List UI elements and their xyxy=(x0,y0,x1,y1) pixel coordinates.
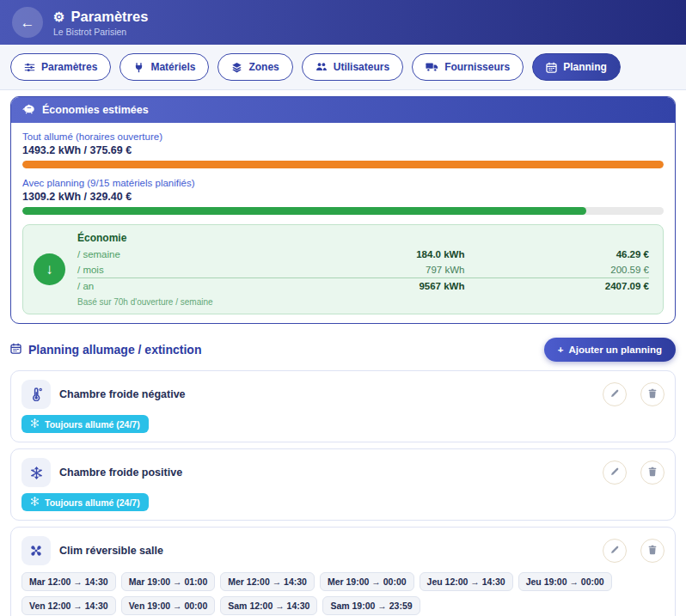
schedule-chip: Mer 12:00 → 14:30 xyxy=(220,572,315,591)
tab-parametres[interactable]: Paramètres xyxy=(10,53,111,81)
tab-label: Paramètres xyxy=(41,61,97,73)
all-on-progress-track xyxy=(22,161,664,168)
add-planning-label: Ajouter un planning xyxy=(568,345,662,355)
economy-euro: 46.29 € xyxy=(464,249,649,259)
schedule-chip: Sam 12:00 → 14:30 xyxy=(220,596,317,615)
truck-icon xyxy=(426,63,438,72)
all-on-label: Tout allumé (horaires ouverture) xyxy=(22,131,664,142)
planning-card-top: Chambre froide positive xyxy=(21,458,665,487)
trash-icon xyxy=(647,467,658,479)
header-text: ⚙ Paramètres Le Bistrot Parisien xyxy=(53,9,148,37)
arrow-down-icon: ↓ xyxy=(34,253,65,285)
back-button[interactable]: ← xyxy=(12,7,43,38)
savings-card-title: Économies estimées xyxy=(42,104,149,116)
plug-icon xyxy=(133,62,144,73)
schedule-chip: Jeu 19:00 → 00:00 xyxy=(518,572,612,591)
planning-card: Chambre froide négativeToujours allumé (… xyxy=(10,370,676,442)
planning-section-title-text: Planning allumage / extinction xyxy=(28,343,201,357)
with-planning-progress-track xyxy=(22,207,664,215)
page-title: Paramètres xyxy=(70,9,148,25)
calendar-icon xyxy=(10,343,21,357)
planning-section-head: Planning allumage / extinction + Ajouter… xyxy=(10,338,676,362)
economy-box: ↓ Économie / semaine184.0 kWh46.29 €/ mo… xyxy=(22,224,664,314)
economy-row: / mois797 kWh200.59 € xyxy=(77,262,649,278)
piggy-bank-icon xyxy=(22,103,35,117)
users-icon xyxy=(315,61,328,73)
tab-materiels[interactable]: Matériels xyxy=(119,53,209,81)
with-planning-value: 1309.2 kWh / 329.40 € xyxy=(22,191,664,203)
savings-card: Économies estimées Tout allumé (horaires… xyxy=(10,96,676,324)
schedule-chip: Mer 19:00 → 00:00 xyxy=(320,572,414,591)
planning-section-title: Planning allumage / extinction xyxy=(10,343,201,357)
snowflake-icon xyxy=(30,497,40,508)
thermometer-icon xyxy=(21,380,51,409)
edit-button[interactable] xyxy=(603,539,627,563)
tab-fournisseurs[interactable]: Fournisseurs xyxy=(412,53,524,81)
always-on-badge: Toujours allumé (24/7) xyxy=(21,493,149,511)
delete-button[interactable] xyxy=(640,382,665,406)
delete-button[interactable] xyxy=(640,460,665,485)
savings-card-header: Économies estimées xyxy=(11,97,675,123)
economy-footnote: Basé sur 70h d'ouverture / semaine xyxy=(77,297,649,307)
all-on-progress-bar xyxy=(22,161,664,168)
pencil-icon xyxy=(609,467,620,479)
equipment-name: Chambre froide positive xyxy=(59,467,589,479)
schedule-chip: Mar 19:00 → 01:00 xyxy=(121,572,216,591)
schedule-chip: Ven 19:00 → 00:00 xyxy=(121,596,216,615)
plus-icon: + xyxy=(558,345,564,355)
economy-title: Économie xyxy=(77,232,649,244)
calendar-icon xyxy=(546,62,557,73)
economy-content: Économie / semaine184.0 kWh46.29 €/ mois… xyxy=(77,232,649,307)
economy-euro: 2407.09 € xyxy=(464,281,649,291)
economy-row: / an9567 kWh2407.09 € xyxy=(77,278,649,294)
tab-planning[interactable]: Planning xyxy=(532,53,621,81)
main-content: Économies estimées Tout allumé (horaires… xyxy=(0,96,686,616)
planning-card: Clim réversible salleMar 12:00 → 14:30Ma… xyxy=(10,527,676,616)
planning-card: Chambre froide positiveToujours allumé (… xyxy=(10,448,676,521)
schedule-chip: Jeu 12:00 → 14:30 xyxy=(420,572,513,591)
tab-zones[interactable]: Zones xyxy=(217,53,292,81)
add-planning-button[interactable]: + Ajouter un planning xyxy=(544,338,676,362)
trash-icon xyxy=(647,388,658,401)
tab-label: Zones xyxy=(248,61,279,73)
fan-icon xyxy=(21,536,51,565)
economy-period: / mois xyxy=(77,265,280,275)
economy-euro: 200.59 € xyxy=(464,265,649,275)
restaurant-name: Le Bistrot Parisien xyxy=(53,27,148,37)
economy-period: / an xyxy=(77,281,280,291)
economy-kwh: 184.0 kWh xyxy=(280,249,465,259)
equipment-name: Clim réversible salle xyxy=(59,545,589,557)
edit-button[interactable] xyxy=(603,460,627,485)
tab-bar: ParamètresMatérielsZonesUtilisateursFour… xyxy=(0,45,686,90)
tab-utilisateurs[interactable]: Utilisateurs xyxy=(302,53,403,81)
gear-icon: ⚙ xyxy=(53,10,64,23)
schedule-chip: Ven 12:00 → 14:30 xyxy=(21,596,116,615)
planning-card-top: Chambre froide négative xyxy=(21,380,665,409)
schedule-chip: Mar 12:00 → 14:30 xyxy=(21,572,116,591)
economy-rows: / semaine184.0 kWh46.29 €/ mois797 kWh20… xyxy=(77,247,649,294)
layers-icon xyxy=(231,62,242,73)
badge-label: Toujours allumé (24/7) xyxy=(45,419,140,430)
economy-kwh: 9567 kWh xyxy=(280,281,465,291)
planning-list: Chambre froide négativeToujours allumé (… xyxy=(10,370,676,616)
economy-row: / semaine184.0 kWh46.29 € xyxy=(77,247,649,262)
equipment-name: Chambre froide négative xyxy=(59,388,589,400)
all-on-value: 1493.2 kWh / 375.69 € xyxy=(22,144,664,156)
savings-card-body: Tout allumé (horaires ouverture) 1493.2 … xyxy=(11,123,675,323)
schedule-chips: Mar 12:00 → 14:30Mar 19:00 → 01:00Mer 12… xyxy=(21,572,665,615)
snowflake-icon xyxy=(30,418,40,430)
sliders-icon xyxy=(24,62,35,73)
tab-label: Fournisseurs xyxy=(444,61,510,73)
arrow-left-icon: ← xyxy=(21,15,35,30)
tab-label: Planning xyxy=(563,61,607,73)
planning-card-top: Clim réversible salle xyxy=(21,536,665,565)
delete-button[interactable] xyxy=(640,539,665,563)
with-planning-progress-bar xyxy=(22,207,586,215)
badge-label: Toujours allumé (24/7) xyxy=(45,497,140,508)
economy-period: / semaine xyxy=(77,249,280,259)
snowflake-icon xyxy=(21,458,51,487)
economy-kwh: 797 kWh xyxy=(280,265,465,275)
always-on-badge: Toujours allumé (24/7) xyxy=(21,415,149,433)
pencil-icon xyxy=(609,388,620,401)
edit-button[interactable] xyxy=(603,382,627,406)
